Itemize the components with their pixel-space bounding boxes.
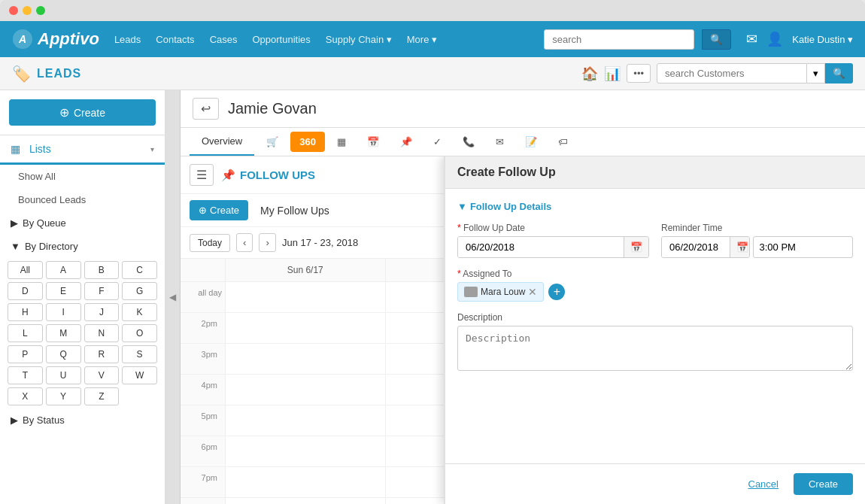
home-icon[interactable]: 🏠 (581, 65, 598, 82)
tab-calendar-icon[interactable]: 📅 (358, 130, 388, 153)
assignee-row: Mara Louw ✕ + (457, 282, 853, 302)
sidebar-item-bounced-leads[interactable]: Bounced Leads (0, 188, 165, 211)
close-btn[interactable] (9, 6, 18, 15)
lists-header[interactable]: ▦ Lists ▾ (0, 135, 165, 165)
record-header: ↩ Jamie Govan (181, 90, 865, 128)
record-name: Jamie Govan (228, 100, 317, 117)
reminder-time-input[interactable] (753, 236, 854, 258)
sub-nav-left: 🏷️ LEADS (12, 65, 81, 83)
main-layout: ⊕ Create ▦ Lists ▾ Show All Bounced Lead… (0, 90, 865, 504)
next-date-button[interactable]: › (259, 233, 275, 252)
followup-date-input[interactable] (458, 237, 624, 257)
sidebar-group-by-status[interactable]: ▶ By Status (0, 408, 165, 432)
dir-h[interactable]: H (8, 303, 43, 321)
description-row: Description (457, 312, 853, 373)
dir-r[interactable]: R (84, 345, 120, 363)
dir-z[interactable]: Z (84, 387, 120, 405)
dir-c[interactable]: C (122, 261, 157, 279)
sidebar-item-show-all[interactable]: Show All (0, 165, 165, 188)
customer-search-btn[interactable]: 🔍 (825, 63, 853, 83)
tab-check-icon[interactable]: ✓ (424, 130, 451, 153)
section-toggle[interactable]: ▼ (457, 201, 467, 212)
nav-search-button[interactable]: 🔍 (702, 29, 731, 50)
dots-menu[interactable]: ••• (627, 64, 651, 83)
nav-search-input[interactable] (544, 29, 694, 50)
dir-t[interactable]: T (8, 366, 43, 384)
sidebar-group-by-directory[interactable]: ▼ By Directory (0, 235, 165, 258)
customer-search-input[interactable] (657, 63, 807, 83)
reminder-date-input[interactable] (662, 237, 730, 257)
cell-6pm-sun (226, 436, 386, 466)
tab-overview[interactable]: Overview (190, 128, 254, 156)
dir-j[interactable]: J (84, 303, 120, 321)
dir-k[interactable]: K (122, 303, 157, 321)
create-followup-panel: Create Follow Up ▼ Follow Up Details Fol… (444, 156, 865, 504)
reminder-calendar-icon[interactable]: 📅 (730, 237, 750, 257)
chevron-down-icon: ▼ (11, 241, 20, 252)
leads-nav-icon: 🏷️ (12, 65, 31, 83)
dir-m[interactable]: M (46, 324, 81, 342)
nav-cases[interactable]: Cases (210, 34, 238, 45)
nav-opportunities[interactable]: Opportunities (252, 34, 310, 45)
time-2pm: 2pm (181, 313, 226, 343)
dir-a[interactable]: A (46, 261, 81, 279)
user-menu[interactable]: Katie Dustin ▾ (792, 34, 853, 45)
time-4pm: 4pm (181, 375, 226, 405)
nav-leads[interactable]: Leads (114, 34, 141, 45)
prev-date-button[interactable]: ‹ (236, 233, 253, 252)
dir-all[interactable]: All (8, 261, 43, 279)
minimize-btn[interactable] (23, 6, 32, 15)
nav-supply-chain[interactable]: Supply Chain ▾ (326, 34, 392, 45)
tab-grid-icon[interactable]: ▦ (328, 130, 355, 153)
assigned-to-group: Assigned To Mara Louw ✕ + (457, 269, 853, 302)
user-icon[interactable]: 👤 (766, 31, 783, 47)
create-button[interactable]: ⊕ Create (9, 99, 156, 126)
tab-pin-icon[interactable]: 📌 (391, 130, 421, 153)
dir-i[interactable]: I (46, 303, 81, 321)
dir-b[interactable]: B (84, 261, 120, 279)
sidebar-collapse-handle[interactable]: ◀ (165, 90, 181, 504)
mail-icon[interactable]: ✉ (746, 31, 757, 47)
reminder-time-group: Reminder Time 📅 (661, 223, 853, 258)
remove-assignee-button[interactable]: ✕ (528, 286, 537, 298)
tab-cart-icon[interactable]: 🛒 (257, 130, 287, 153)
nav-contacts[interactable]: Contacts (156, 34, 194, 45)
dir-l[interactable]: L (8, 324, 43, 342)
create-action-button[interactable]: Create (794, 473, 853, 495)
assigned-to-label: Assigned To (457, 269, 853, 279)
today-button[interactable]: Today (190, 234, 230, 252)
tab-notes-icon[interactable]: 📝 (516, 130, 546, 153)
dir-q[interactable]: Q (46, 345, 81, 363)
maximize-btn[interactable] (36, 6, 45, 15)
dir-s[interactable]: S (122, 345, 157, 363)
tab-phone-icon[interactable]: 📞 (454, 130, 484, 153)
calendar-icon[interactable]: 📅 (624, 237, 648, 257)
chevron-right-icon: ▶ (11, 217, 18, 229)
description-textarea[interactable] (457, 326, 853, 371)
dir-v[interactable]: V (84, 366, 120, 384)
dir-u[interactable]: U (46, 366, 81, 384)
dir-f[interactable]: F (84, 282, 120, 300)
tab-tag-icon[interactable]: 🏷 (549, 130, 577, 153)
dir-w[interactable]: W (122, 366, 157, 384)
search-dropdown-btn[interactable]: ▾ (807, 63, 825, 83)
tab-email-icon[interactable]: ✉ (487, 130, 513, 153)
hamburger-button[interactable]: ☰ (190, 164, 214, 186)
cal-create-button[interactable]: ⊕ Create (190, 200, 248, 220)
dir-g[interactable]: G (122, 282, 157, 300)
dir-e[interactable]: E (46, 282, 81, 300)
back-button[interactable]: ↩ (193, 98, 219, 120)
dir-x[interactable]: X (8, 387, 43, 405)
nav-more[interactable]: More ▾ (407, 34, 437, 45)
dir-p[interactable]: P (8, 345, 43, 363)
chart-icon[interactable]: 📊 (604, 65, 621, 82)
add-assignee-button[interactable]: + (548, 284, 565, 300)
sidebar-group-by-queue[interactable]: ▶ By Queue (0, 211, 165, 235)
dir-n[interactable]: N (84, 324, 120, 342)
dir-d[interactable]: D (8, 282, 43, 300)
cancel-button[interactable]: Cancel (741, 473, 786, 495)
dir-y[interactable]: Y (46, 387, 81, 405)
tab-360[interactable]: 360 (290, 132, 325, 152)
time-7pm: 7pm (181, 467, 226, 497)
dir-o[interactable]: O (122, 324, 157, 342)
